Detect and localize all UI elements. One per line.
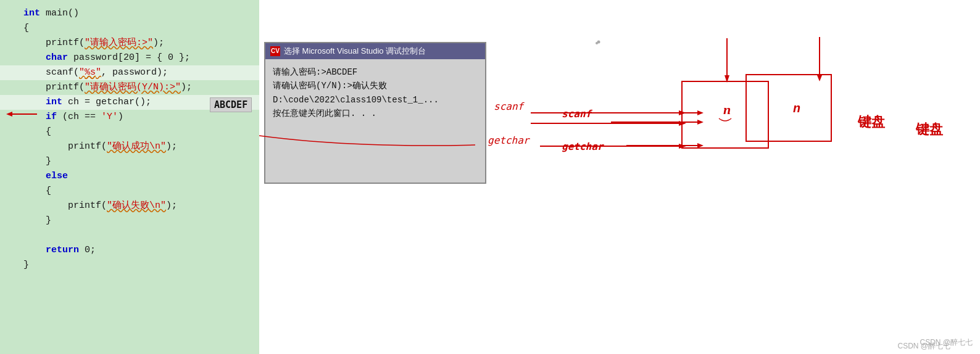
svg-marker-3 [697,120,704,125]
svg-marker-1 [697,110,704,115]
scanf-label: scanf [562,108,591,120]
getchar-label: getchar [562,141,603,152]
arrows-svg [259,0,980,354]
keyboard-box [745,74,832,142]
code-line-scanf: → scanf("%s", password); [0,65,259,80]
code-line-2: { [0,21,259,36]
decorative-dot [596,42,598,44]
code-line-5: printf("请确认密码(Y/N):>"); [0,80,259,95]
keyboard-text-label: 键盘 [916,120,943,139]
code-line-4: char password[20] = { 0 }; [0,51,259,65]
code-line-3: printf("请输入密码:>"); [0,36,259,51]
code-line-9: } [0,154,259,169]
code-line-blank [0,228,259,243]
code-line-13: } [0,213,259,228]
code-line-end: } [0,258,259,273]
code-line-return: return 0; [0,243,259,258]
code-line-12: printf("确认失败\n"); [0,199,259,213]
svg-marker-5 [697,143,704,148]
code-line-10: else [0,169,259,184]
code-editor: int main() { printf("请输入密码:>"); char pas… [0,0,259,354]
abcdef-badge: ABCDEF [210,97,252,112]
code-line-7: { [0,125,259,139]
code-line-8: printf("确认成功\n"); [0,139,259,154]
code-line-1: int main() [0,6,259,21]
watermark: CSDN @醉七七 [920,337,973,348]
annotation-area: scanf getchar n 键盘 [259,0,980,354]
code-line-11: { [0,184,259,199]
keyboard-n-label: n [793,102,800,116]
